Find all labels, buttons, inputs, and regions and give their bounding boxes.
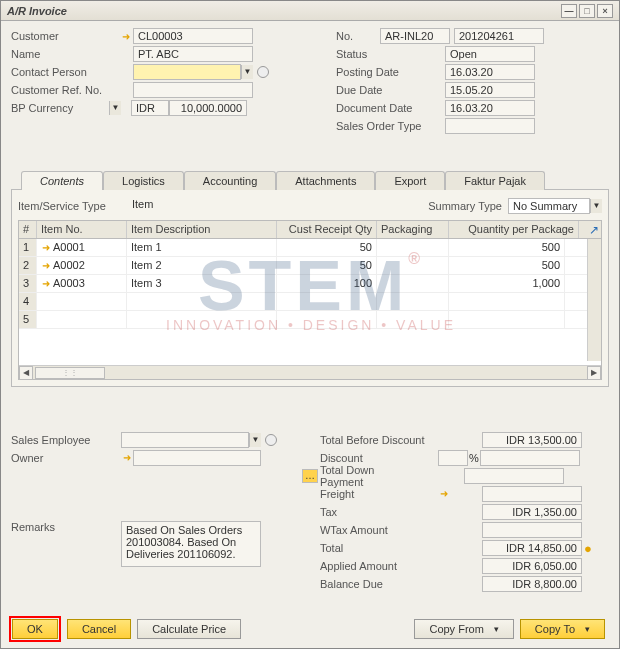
salesemp-info-icon[interactable]: [265, 434, 277, 446]
ok-highlight-box: OK: [9, 616, 61, 642]
no-label: No.: [330, 30, 380, 42]
link-arrow-icon[interactable]: ➜: [121, 31, 131, 42]
copy-to-button[interactable]: Copy To: [520, 619, 605, 639]
tab-contents[interactable]: Contents: [21, 171, 103, 190]
col-hash[interactable]: #: [19, 221, 37, 238]
remarks-field[interactable]: [121, 521, 261, 567]
wtax-label: WTax Amount: [320, 524, 438, 536]
customer-label: Customer: [11, 30, 121, 42]
remarks-label: Remarks: [11, 521, 121, 533]
summary-label: Summary Type: [428, 200, 502, 212]
grid-hscrollbar[interactable]: ◀ ⋮⋮ ▶: [19, 365, 601, 379]
contact-label: Contact Person: [11, 66, 121, 78]
status-field: Open: [445, 46, 535, 62]
docnum-field[interactable]: 201204261: [454, 28, 544, 44]
custref-field[interactable]: [133, 82, 253, 98]
customer-field[interactable]: CL00003: [133, 28, 253, 44]
col-desc[interactable]: Item Description: [127, 221, 277, 238]
itemservice-label: Item/Service Type: [18, 200, 128, 212]
no-series-field[interactable]: AR-INL20: [380, 28, 450, 44]
titlebar: A/R Invoice — □ ×: [1, 1, 619, 21]
disc-value: [480, 450, 580, 466]
rate-field[interactable]: 10,000.0000: [169, 100, 247, 116]
itemservice-value[interactable]: Item: [128, 198, 208, 214]
tab-attachments[interactable]: Attachments: [276, 171, 375, 190]
table-row[interactable]: 3➜A0003Item 31001,000: [19, 275, 601, 293]
postdate-field[interactable]: 16.03.20: [445, 64, 535, 80]
freight-label: Freight: [320, 488, 438, 500]
hscroll-left-icon[interactable]: ◀: [19, 366, 33, 380]
name-field[interactable]: PT. ABC: [133, 46, 253, 62]
wtax-value: [482, 522, 582, 538]
summary-dropdown-icon[interactable]: ▼: [590, 199, 602, 213]
col-custqty[interactable]: Cust Receipt Qty: [277, 221, 377, 238]
link-arrow-icon[interactable]: ➜: [41, 260, 51, 271]
owner-link-arrow-icon[interactable]: ➜: [121, 451, 133, 465]
bal-label: Balance Due: [320, 578, 438, 590]
hscroll-right-icon[interactable]: ▶: [587, 366, 601, 380]
tab-pane-contents: Item/Service Type Item Summary Type No S…: [11, 189, 609, 387]
duedate-label: Due Date: [330, 84, 445, 96]
disc-pct-unit: %: [468, 452, 480, 464]
bpcurrency-field[interactable]: IDR: [131, 100, 169, 116]
contact-dropdown-icon[interactable]: ▼: [241, 65, 253, 79]
duedate-field[interactable]: 15.05.20: [445, 82, 535, 98]
disc-label: Discount: [320, 452, 438, 464]
salesemp-field[interactable]: [121, 432, 249, 448]
tax-label: Tax: [320, 506, 438, 518]
tdp-label: Total Down Payment: [320, 464, 420, 488]
applied-label: Applied Amount: [320, 560, 438, 572]
owner-field[interactable]: [133, 450, 261, 466]
freight-value: [482, 486, 582, 502]
maximize-button[interactable]: □: [579, 4, 595, 18]
tab-accounting[interactable]: Accounting: [184, 171, 276, 190]
link-arrow-icon[interactable]: ➜: [41, 242, 51, 253]
tbd-label: Total Before Discount: [320, 434, 438, 446]
sot-field[interactable]: [445, 118, 535, 134]
bal-value: IDR 8,800.00: [482, 576, 582, 592]
col-pack[interactable]: Packaging: [377, 221, 449, 238]
owner-label: Owner: [11, 452, 121, 464]
disc-pct-field[interactable]: [438, 450, 468, 466]
name-label: Name: [11, 48, 121, 60]
tab-faktur[interactable]: Faktur Pajak: [445, 171, 545, 190]
coin-icon: ●: [584, 541, 592, 556]
tax-value: IDR 1,350.00: [482, 504, 582, 520]
grid-vscrollbar[interactable]: [587, 239, 601, 361]
applied-value: IDR 6,050.00: [482, 558, 582, 574]
copy-from-button[interactable]: Copy From: [414, 619, 513, 639]
bpcurrency-label: BP Currency: [11, 102, 109, 114]
freight-link-arrow-icon[interactable]: ➜: [438, 487, 450, 501]
sot-label: Sales Order Type: [330, 120, 445, 132]
summary-value[interactable]: No Summary: [508, 198, 590, 214]
contact-info-icon[interactable]: [257, 66, 269, 78]
bpcurrency-type-dropdown-icon[interactable]: ▼: [109, 101, 121, 115]
minimize-button[interactable]: —: [561, 4, 577, 18]
col-qpp[interactable]: Quantity per Package: [449, 221, 579, 238]
hscroll-thumb[interactable]: ⋮⋮: [35, 367, 105, 379]
link-arrow-icon[interactable]: ➜: [41, 278, 51, 289]
postdate-label: Posting Date: [330, 66, 445, 78]
tab-export[interactable]: Export: [375, 171, 445, 190]
cancel-button[interactable]: Cancel: [67, 619, 131, 639]
contact-field[interactable]: [133, 64, 241, 80]
expand-grid-icon[interactable]: ↗: [589, 223, 599, 237]
ok-button[interactable]: OK: [12, 619, 58, 639]
salesemp-label: Sales Employee: [11, 434, 121, 446]
close-button[interactable]: ×: [597, 4, 613, 18]
tab-logistics[interactable]: Logistics: [103, 171, 184, 190]
custref-label: Customer Ref. No.: [11, 84, 121, 96]
table-row[interactable]: 4: [19, 293, 601, 311]
table-row[interactable]: 5: [19, 311, 601, 329]
tdp-value: [464, 468, 564, 484]
docdate-field[interactable]: 16.03.20: [445, 100, 535, 116]
total-label: Total: [320, 542, 438, 554]
calc-price-button[interactable]: Calculate Price: [137, 619, 241, 639]
ar-invoice-window: A/R Invoice — □ × Customer ➜ CL00003 Nam…: [0, 0, 620, 649]
salesemp-dropdown-icon[interactable]: ▼: [249, 433, 261, 447]
table-row[interactable]: 2➜A0002Item 250500: [19, 257, 601, 275]
downpayment-picker-button[interactable]: …: [302, 469, 318, 483]
status-label: Status: [330, 48, 445, 60]
table-row[interactable]: 1➜A0001Item 150500: [19, 239, 601, 257]
col-itemno[interactable]: Item No.: [37, 221, 127, 238]
